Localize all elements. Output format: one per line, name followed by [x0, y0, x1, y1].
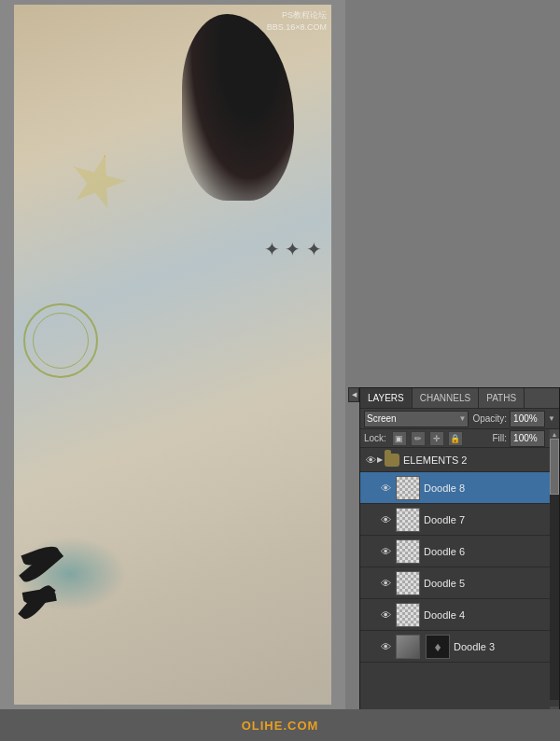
- eye-icon-doodle5[interactable]: 👁: [379, 577, 392, 590]
- layer-thumb-doodle4: [396, 603, 420, 627]
- layer-mask-doodle3: ♦: [426, 635, 450, 659]
- opacity-row: Opacity: 100% ▼: [472, 411, 555, 427]
- tab-channels[interactable]: CHANNELS: [413, 388, 479, 408]
- layer-name-doodle7: Doodle 7: [424, 514, 555, 525]
- fill-value[interactable]: 100%: [510, 430, 545, 447]
- layer-row-doodle7[interactable]: 👁 Doodle 7: [360, 504, 559, 536]
- layer-row-doodle3[interactable]: 👁 ♦ Doodle 3: [360, 631, 559, 663]
- website-label: OLIHE.COM: [242, 719, 319, 733]
- lock-all-btn[interactable]: 🔒: [448, 431, 463, 446]
- lock-label: Lock:: [364, 433, 386, 443]
- layer-row-doodle6[interactable]: 👁 Doodle 6: [360, 536, 559, 567]
- panel-collapse-arrow[interactable]: ◀: [348, 387, 359, 402]
- panel-tab-bar: LAYERS CHANNELS PATHS: [360, 388, 559, 409]
- layer-thumb-doodle8: [396, 476, 420, 500]
- eye-icon-doodle6[interactable]: 👁: [379, 545, 392, 558]
- opacity-value[interactable]: 100%: [510, 411, 545, 427]
- layers-list: 👁 ▶ ELEMENTS 2 👁 Doodle 8 👁 Doodle 7 👁: [360, 448, 559, 716]
- canvas-area: ✦ ✦ ✦ PS教程论坛 BBS.16×8.COM: [0, 0, 345, 709]
- leaves-decoration: [23, 555, 98, 649]
- layer-row-doodle5[interactable]: 👁 Doodle 5: [360, 567, 559, 599]
- blend-mode-arrow: ▼: [458, 414, 466, 423]
- eye-icon-doodle7[interactable]: 👁: [379, 513, 392, 526]
- layer-thumb-doodle6: [396, 539, 420, 564]
- panel-scrollbar[interactable]: ▲: [550, 429, 559, 700]
- group-expand-triangle[interactable]: ▶: [377, 455, 383, 464]
- layer-row-doodle4[interactable]: 👁 Doodle 4: [360, 599, 559, 631]
- layer-row-doodle8[interactable]: 👁 Doodle 8: [360, 472, 559, 504]
- folder-icon: [385, 454, 399, 467]
- layer-name-doodle8: Doodle 8: [424, 482, 555, 494]
- tab-paths[interactable]: PATHS: [479, 388, 525, 408]
- birds-silhouette: ✦ ✦ ✦: [264, 238, 322, 260]
- artwork: ✦ ✦ ✦ PS教程论坛 BBS.16×8.COM: [14, 5, 331, 705]
- layer-name-doodle3: Doodle 3: [454, 641, 555, 652]
- bottom-bar: OLIHE.COM: [0, 709, 560, 741]
- eye-icon-doodle8[interactable]: 👁: [379, 482, 392, 495]
- scroll-up-arrow[interactable]: ▲: [550, 429, 559, 439]
- group-name: ELEMENTS 2: [403, 454, 555, 466]
- layer-name-doodle4: Doodle 4: [424, 609, 555, 621]
- eye-icon-doodle3[interactable]: 👁: [379, 640, 392, 653]
- blend-mode-row: Screen ▼ Opacity: 100% ▼: [360, 409, 559, 429]
- fill-row: Fill: 100% ▼: [493, 430, 555, 447]
- scrollbar-thumb[interactable]: [550, 439, 559, 495]
- opacity-label: Opacity:: [472, 413, 507, 424]
- layer-thumb-doodle3: [396, 635, 420, 659]
- layer-group-elements2[interactable]: 👁 ▶ ELEMENTS 2: [360, 448, 559, 472]
- lock-pixels-btn[interactable]: ✏: [411, 431, 426, 446]
- eye-icon-group[interactable]: 👁: [364, 454, 377, 467]
- figure-dark: [182, 14, 294, 201]
- blend-mode-select[interactable]: Screen ▼: [364, 411, 469, 427]
- lock-position-btn[interactable]: ✛: [429, 431, 444, 446]
- lock-transparent-btn[interactable]: ▣: [392, 431, 407, 446]
- star-shape: [63, 147, 132, 216]
- tab-layers[interactable]: LAYERS: [360, 388, 413, 408]
- layer-thumb-doodle5: [396, 571, 420, 595]
- layer-name-doodle6: Doodle 6: [424, 546, 555, 557]
- lock-row: Lock: ▣ ✏ ✛ 🔒 Fill: 100% ▼: [360, 429, 559, 448]
- eye-icon-doodle4[interactable]: 👁: [379, 608, 392, 622]
- layer-thumb-doodle7: [396, 508, 420, 532]
- fill-label: Fill:: [493, 433, 508, 443]
- layer-name-doodle5: Doodle 5: [424, 578, 555, 589]
- opacity-arrow: ▼: [548, 414, 555, 423]
- watermark: PS教程论坛 BBS.16×8.COM: [267, 9, 327, 33]
- layers-panel: LAYERS CHANNELS PATHS Screen ▼ Opacity: …: [359, 387, 560, 741]
- circle-design: [23, 303, 98, 378]
